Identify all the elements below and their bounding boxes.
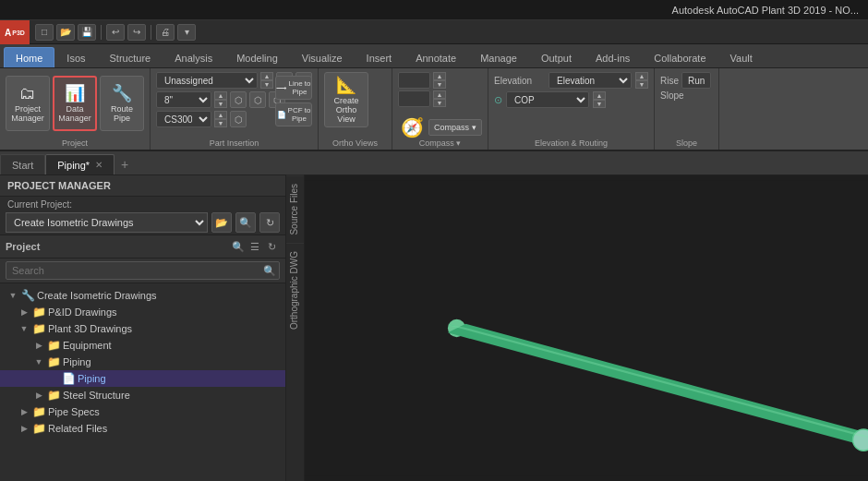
unassigned-down[interactable]: ▼ — [260, 80, 273, 89]
ribbon-group-elevation: Elevation Elevation ▲ ▼ ⊙ COP TOP BOP CL… — [488, 68, 655, 150]
ribbon-group-project: 🗂 Project Manager 📊 Data Manager 🔧 Route… — [0, 68, 151, 150]
project-icon-btn-2[interactable]: 🔍 — [235, 212, 256, 233]
line-to-pipe-button[interactable]: ⟶ Line toPipe — [275, 76, 312, 100]
angle-1-up[interactable]: ▲ — [433, 72, 446, 80]
tree-item-steel[interactable]: ▶ 📁 Steel Structure — [0, 387, 285, 403]
start-tab-label: Start — [12, 160, 33, 171]
project-manager-button[interactable]: 🗂 Project Manager — [6, 76, 50, 131]
current-project-row: Create Isometric Drawings 📂 🔍 ↻ — [0, 210, 285, 234]
size-icon2[interactable]: ⬡ — [249, 91, 266, 108]
size-dropdown[interactable]: 8" — [156, 91, 211, 108]
steel-expander[interactable]: ▶ — [33, 390, 44, 401]
tab-structure[interactable]: Structure — [98, 47, 163, 67]
cop-down[interactable]: ▼ — [593, 100, 606, 108]
elevation-down[interactable]: ▼ — [635, 80, 648, 89]
qa-plot-btn[interactable]: 🖨 — [156, 24, 175, 41]
tree-item-pid[interactable]: ▶ 📁 P&ID Drawings — [0, 304, 285, 320]
elevation-label: Elevation — [494, 76, 545, 86]
angle-input-2[interactable]: 45° — [398, 90, 430, 107]
angle-input-1[interactable]: 45° — [398, 72, 430, 89]
pid-expander[interactable]: ▶ — [18, 307, 30, 318]
side-tab-ortho-dwg[interactable]: Orthographic DWG — [286, 243, 304, 337]
angle-2-up[interactable]: ▲ — [433, 90, 446, 99]
unassigned-dropdown[interactable]: Unassigned — [156, 72, 258, 89]
create-ortho-view-button[interactable]: 📐 Create Ortho View — [324, 72, 368, 127]
tab-insert[interactable]: Insert — [355, 47, 404, 67]
spec-down[interactable]: ▼ — [214, 119, 227, 127]
qa-undo-btn[interactable]: ↩ — [106, 24, 125, 41]
specs-icon: 📁 — [32, 405, 45, 418]
pcf-to-pipe-button[interactable]: 📄 PCF toPipe — [275, 102, 312, 126]
doc-tab-start[interactable]: Start — [0, 154, 45, 174]
size-icon1[interactable]: ⬡ — [230, 91, 247, 108]
qa-open-btn[interactable]: 📂 — [56, 24, 75, 41]
doc-tab-piping[interactable]: Piping* ✕ — [45, 154, 115, 174]
tab-analysis[interactable]: Analysis — [163, 47, 224, 67]
angle-1-down[interactable]: ▼ — [433, 80, 446, 89]
compass-dropdown-button[interactable]: Compass ▾ — [428, 119, 482, 136]
elevation-up[interactable]: ▲ — [635, 72, 648, 80]
root-expander[interactable]: ▼ — [7, 290, 18, 301]
tab-manage[interactable]: Manage — [468, 47, 529, 67]
tree-item-piping-file[interactable]: 📄 Piping — [0, 370, 285, 387]
tree-item-specs[interactable]: ▶ 📁 Pipe Specs — [0, 403, 285, 420]
qa-redo-btn[interactable]: ↪ — [127, 24, 146, 41]
related-icon: 📁 — [32, 422, 45, 435]
tree-refresh-icon[interactable]: ↻ — [263, 238, 280, 255]
ortho-views-label: Ortho Views — [319, 138, 392, 148]
equipment-icon: 📁 — [47, 339, 60, 352]
size-up[interactable]: ▲ — [214, 91, 227, 100]
equipment-expander[interactable]: ▶ — [33, 340, 44, 351]
piping-folder-expander[interactable]: ▼ — [33, 356, 44, 367]
tree-view-icon[interactable]: ☰ — [247, 238, 263, 255]
qa-new-btn[interactable]: □ — [35, 24, 54, 41]
tab-vault[interactable]: Vault — [718, 47, 765, 67]
ribbon-group-slope: Rise Run Slope Slope — [655, 68, 719, 150]
tab-modeling[interactable]: Modeling — [224, 47, 290, 67]
rise-label: Rise — [660, 76, 679, 86]
spec-icon[interactable]: ⬡ — [230, 111, 247, 127]
unassigned-up[interactable]: ▲ — [260, 72, 273, 80]
tab-output[interactable]: Output — [529, 47, 584, 67]
piping-tab-close[interactable]: ✕ — [95, 160, 102, 170]
cop-up[interactable]: ▲ — [593, 91, 606, 100]
qa-extra-btn[interactable]: ▾ — [177, 24, 196, 41]
spec-up[interactable]: ▲ — [214, 111, 227, 119]
tab-visualize[interactable]: Visualize — [290, 47, 355, 67]
project-icon-btn-3[interactable]: ↻ — [259, 212, 280, 233]
slope-row: Slope — [660, 90, 713, 101]
route-pipe-button[interactable]: 🔧 Route Pipe — [100, 76, 144, 131]
tab-addins[interactable]: Add-ins — [584, 47, 642, 67]
tree-search-icon[interactable]: 🔍 — [230, 238, 247, 255]
tab-collaborate[interactable]: Collaborate — [642, 47, 717, 67]
side-tabs: Source Files Orthographic DWG — [286, 175, 305, 481]
tab-home[interactable]: Home — [4, 47, 54, 67]
svg-point-4 — [853, 429, 868, 451]
search-input[interactable] — [6, 261, 280, 280]
qa-save-btn[interactable]: 💾 — [78, 24, 96, 41]
run-button[interactable]: Run — [681, 72, 711, 89]
piping-tab-label: Piping* — [57, 160, 90, 171]
tab-annotate[interactable]: Annotate — [404, 47, 468, 67]
project-select[interactable]: Create Isometric Drawings — [6, 212, 208, 233]
angle-2-down[interactable]: ▼ — [433, 99, 446, 107]
cop-dropdown[interactable]: COP TOP BOP CL — [506, 91, 589, 108]
spec-dropdown[interactable]: CS300 — [156, 111, 211, 127]
size-down[interactable]: ▼ — [214, 100, 227, 108]
add-tab-button[interactable]: + — [115, 154, 135, 174]
size-row: 8" ▲ ▼ ⬡ ⬡ ⬡ — [156, 91, 285, 108]
tree-item-plant3d[interactable]: ▼ 📁 Plant 3D Drawings — [0, 320, 285, 337]
tree-item-related[interactable]: ▶ 📁 Related Files — [0, 420, 285, 437]
search-box: 🔍 — [0, 259, 285, 283]
data-manager-button[interactable]: 📊 Data Manager — [53, 76, 97, 131]
related-expander[interactable]: ▶ — [18, 423, 30, 434]
tree-item-equipment[interactable]: ▶ 📁 Equipment — [0, 337, 285, 354]
tree-item-root[interactable]: ▼ 🔧 Create Isometric Drawings — [0, 287, 285, 304]
plant3d-expander[interactable]: ▼ — [18, 323, 30, 334]
tab-isos[interactable]: Isos — [54, 47, 97, 67]
project-icon-btn-1[interactable]: 📂 — [211, 212, 232, 233]
elevation-dropdown[interactable]: Elevation — [549, 72, 632, 89]
specs-expander[interactable]: ▶ — [18, 406, 30, 417]
side-tab-source-files[interactable]: Source Files — [286, 175, 304, 243]
tree-item-piping-folder[interactable]: ▼ 📁 Piping — [0, 354, 285, 370]
